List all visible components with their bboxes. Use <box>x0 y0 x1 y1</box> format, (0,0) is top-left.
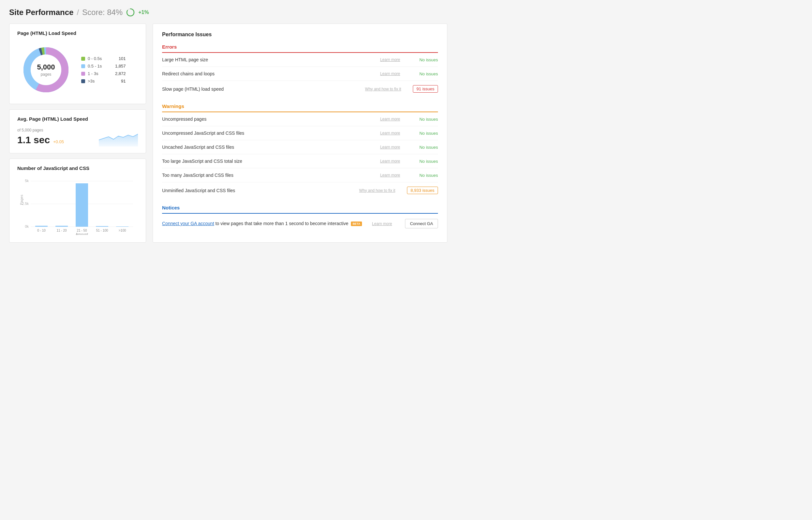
title-separator: / <box>77 8 79 17</box>
legend-value: 101 <box>113 56 126 61</box>
legend-dot <box>81 57 85 61</box>
bar-chart: 5k 2.5k 0k Pages <box>17 176 138 235</box>
issue-badge-slow-html[interactable]: 91 issues <box>413 85 438 93</box>
warnings-header: Warnings <box>162 103 438 112</box>
avg-speed-content: of 5,000 pages 1.1 sec +0.05 <box>17 127 138 147</box>
donut-label: 5,000 pages <box>37 63 55 77</box>
donut-center-value: 5,000 <box>37 63 55 72</box>
legend-item: >3s 91 <box>81 79 126 83</box>
issue-name-too-many-js: Too many JavaScript and CSS files <box>162 173 376 178</box>
errors-header: Errors <box>162 44 438 53</box>
notice-text-post: to view pages that take more than 1 seco… <box>215 221 348 226</box>
svg-text:0k: 0k <box>25 225 29 228</box>
svg-text:11 - 20: 11 - 20 <box>56 229 67 232</box>
issue-row-slow-html: Slow page (HTML) load speed Why and how … <box>162 81 438 97</box>
issue-badge-unminified-js[interactable]: 8,933 issues <box>407 187 438 194</box>
svg-rect-20 <box>96 226 108 227</box>
issue-row-uncompressed-pages: Uncompressed pages Learn more No issues <box>162 112 438 126</box>
page-title: Site Performance <box>9 8 73 17</box>
issue-row-uncached-js: Uncached JavaScript and CSS files Learn … <box>162 140 438 154</box>
learn-more-ga[interactable]: Learn more <box>372 222 392 226</box>
learn-more-too-large-js[interactable]: Learn more <box>380 159 400 163</box>
legend-label: 1 - 3s <box>88 71 107 76</box>
beta-badge: BETA <box>351 222 362 226</box>
connect-ga-button[interactable]: Connect GA <box>405 219 438 228</box>
issue-name-too-large-js: Too large JavaScript and CSS total size <box>162 159 376 164</box>
notice-actions: Learn more Connect GA <box>372 219 438 228</box>
notices-section: Notices Connect your GA account to view … <box>162 205 438 231</box>
notices-header: Notices <box>162 205 438 214</box>
issue-status-uncached-js: No issues <box>412 145 438 150</box>
warnings-section: Warnings Uncompressed pages Learn more N… <box>162 103 438 198</box>
issue-name-uncompressed-pages: Uncompressed pages <box>162 116 376 122</box>
legend-item: 0.5 - 1s 1,857 <box>81 63 126 69</box>
score-text: Score: 84% <box>82 8 123 17</box>
notice-ga-row: Connect your GA account to view pages th… <box>162 214 438 231</box>
connect-ga-link[interactable]: Connect your GA account <box>162 221 214 226</box>
avg-speed-delta: +0.05 <box>53 139 64 144</box>
legend-value: 1,857 <box>110 63 126 69</box>
issue-status-too-many-js: No issues <box>412 173 438 178</box>
load-speed-card-title: Page (HTML) Load Speed <box>17 30 138 36</box>
legend-label: >3s <box>88 79 107 83</box>
issue-row-too-many-js: Too many JavaScript and CSS files Learn … <box>162 168 438 182</box>
svg-text:Amount: Amount <box>76 232 88 235</box>
sparkline-chart <box>99 127 138 147</box>
learn-more-large-html[interactable]: Learn more <box>380 57 400 62</box>
issue-row-redirect: Redirect chains and loops Learn more No … <box>162 67 438 81</box>
issue-status-uncompressed-js: No issues <box>412 131 438 136</box>
errors-section: Errors Large HTML page size Learn more N… <box>162 44 438 97</box>
avg-speed-value: 1.1 sec <box>17 134 50 145</box>
fix-link-unminified-js[interactable]: Why and how to fix it <box>359 188 395 193</box>
score-circle-icon <box>126 8 135 17</box>
avg-speed-subtitle: of 5,000 pages <box>17 128 64 132</box>
issue-name-redirect: Redirect chains and loops <box>162 71 376 76</box>
learn-more-too-many-js[interactable]: Learn more <box>380 173 400 178</box>
issue-name-uncached-js: Uncached JavaScript and CSS files <box>162 145 376 150</box>
issue-status-too-large-js: No issues <box>412 159 438 164</box>
issue-status-redirect: No issues <box>412 72 438 76</box>
score-delta: +1% <box>138 9 149 15</box>
page-wrapper: Site Performance / Score: 84% +1% Page (… <box>0 0 457 251</box>
legend-item: 1 - 3s 2,872 <box>81 71 126 76</box>
svg-text:51 - 100: 51 - 100 <box>96 229 108 232</box>
issue-row-too-large-js: Too large JavaScript and CSS total size … <box>162 154 438 168</box>
issue-name: Large HTML page size <box>162 57 376 62</box>
learn-more-uncached-js[interactable]: Learn more <box>380 145 400 149</box>
avg-speed-title: Avg. Page (HTML) Load Speed <box>17 116 138 122</box>
svg-text:>100: >100 <box>119 229 126 232</box>
svg-text:Pages: Pages <box>20 194 24 205</box>
issue-name-unminified-js: Unminified JavaScript and CSS files <box>162 188 355 193</box>
avg-speed-card: Avg. Page (HTML) Load Speed of 5,000 pag… <box>9 109 146 153</box>
performance-issues-card: Performance Issues Errors Large HTML pag… <box>153 24 448 243</box>
svg-text:0 - 10: 0 - 10 <box>37 229 46 232</box>
learn-more-uncompressed-pages[interactable]: Learn more <box>380 117 400 121</box>
issue-row-uncompressed-js: Uncompressed JavaScript and CSS files Le… <box>162 126 438 140</box>
js-css-title: Number of JavaScript and CSS <box>17 165 138 171</box>
learn-more-redirect[interactable]: Learn more <box>380 72 400 76</box>
legend-dot <box>81 72 85 76</box>
load-speed-card: Page (HTML) Load Speed <box>9 24 146 104</box>
js-css-card: Number of JavaScript and CSS 5k 2.5k 0k … <box>9 159 146 243</box>
legend-value: 91 <box>116 79 126 83</box>
avg-speed-left: of 5,000 pages 1.1 sec +0.05 <box>17 128 64 146</box>
avg-speed-value-row: 1.1 sec +0.05 <box>17 134 64 146</box>
legend-dot <box>81 79 85 83</box>
legend-label: 0 - 0.5s <box>88 56 107 61</box>
legend-dot <box>81 64 85 68</box>
issue-row-large-html: Large HTML page size Learn more No issue… <box>162 53 438 67</box>
issue-name-slow-html: Slow page (HTML) load speed <box>162 86 361 92</box>
svg-rect-17 <box>35 226 48 227</box>
issue-status-large-html: No issues <box>412 57 438 62</box>
learn-more-uncompressed-js[interactable]: Learn more <box>380 131 400 135</box>
fix-link-slow-html[interactable]: Why and how to fix it <box>365 87 401 92</box>
svg-text:5k: 5k <box>25 179 29 183</box>
performance-issues-title: Performance Issues <box>162 32 438 37</box>
donut-legend: 0 - 0.5s 101 0.5 - 1s 1,857 1 - 3s 2,872… <box>81 56 126 83</box>
donut-center-label: pages <box>41 72 52 77</box>
legend-label: 0.5 - 1s <box>88 63 107 69</box>
page-header: Site Performance / Score: 84% +1% <box>9 8 448 17</box>
donut-container: 5,000 pages <box>20 44 72 96</box>
legend-value: 2,872 <box>110 71 126 76</box>
svg-rect-18 <box>55 226 68 227</box>
